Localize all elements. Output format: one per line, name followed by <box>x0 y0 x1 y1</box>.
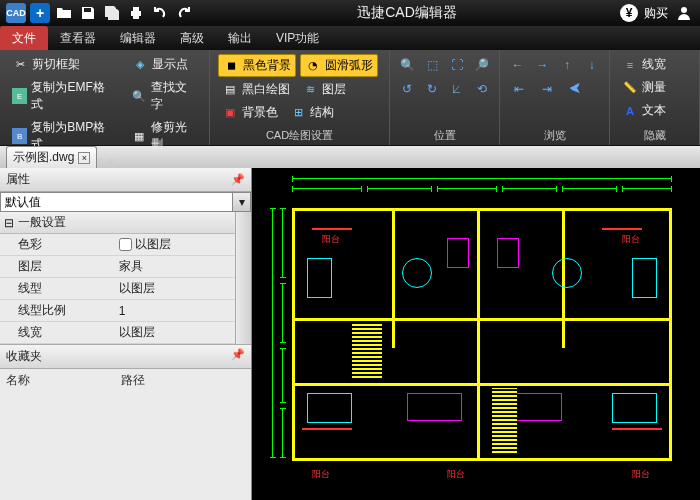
workspace: 属性 📌 ▾ ⊟一般设置 色彩 以图层图层家具线型以图层线型比例1线宽以图层 收… <box>0 168 700 500</box>
search-icon: 🔍 <box>132 88 147 104</box>
checkbox[interactable] <box>119 238 132 251</box>
prop-key: 线宽 <box>0 322 113 343</box>
default-input[interactable] <box>1 193 232 211</box>
col-name: 名称 <box>6 372 121 389</box>
point-icon: ◈ <box>132 57 148 73</box>
save-all-icon[interactable] <box>102 3 122 23</box>
buy-link[interactable]: 购买 <box>644 5 668 22</box>
text-button[interactable]: A文本 <box>618 100 691 121</box>
menu-bar: 文件 查看器 编辑器 高级 输出 VIP功能 <box>0 26 700 50</box>
app-title: 迅捷CAD编辑器 <box>198 4 616 22</box>
drawing-canvas[interactable]: 阳台 阳台 阳台 阳台 阳台 <box>252 168 700 500</box>
favorites-columns: 名称 路径 <box>0 369 251 392</box>
zoom-in-icon[interactable]: 🔍 <box>398 54 417 76</box>
menu-editor[interactable]: 编辑器 <box>108 26 168 50</box>
category-general[interactable]: ⊟一般设置 <box>0 212 235 234</box>
reset-icon[interactable]: ⟲ <box>472 78 491 100</box>
zoom-out-icon[interactable]: 🔎 <box>472 54 491 76</box>
bgcolor-button[interactable]: ▣背景色 <box>218 102 282 123</box>
nav-up-icon[interactable]: ↑ <box>558 54 577 76</box>
rotate-ccw-icon[interactable]: ↺ <box>398 78 417 100</box>
prop-value[interactable]: 以图层 <box>113 234 235 255</box>
linewidth-button[interactable]: ≡线宽 <box>618 54 691 75</box>
group-hide-label: 隐藏 <box>618 126 691 143</box>
prop-key: 线型 <box>0 278 113 299</box>
black-bg-button[interactable]: ◼黑色背景 <box>218 54 296 77</box>
prop-row[interactable]: 线宽以图层 <box>0 322 235 344</box>
crop-frame-button[interactable]: ✂剪切框架 <box>8 54 118 75</box>
print-icon[interactable] <box>126 3 146 23</box>
app-logo[interactable]: CAD <box>6 3 26 23</box>
blackbg-icon: ◼ <box>223 58 239 74</box>
prop-key: 线型比例 <box>0 300 113 321</box>
prop-value[interactable]: 家具 <box>113 256 235 277</box>
prop-row[interactable]: 线型比例1 <box>0 300 235 322</box>
open-icon[interactable] <box>54 3 74 23</box>
zoom-fit-icon[interactable]: ⛶ <box>448 54 467 76</box>
file-tab-label: 示例图.dwg <box>13 149 74 166</box>
text-icon: A <box>622 103 638 119</box>
find-text-button[interactable]: 🔍查找文字 <box>128 77 201 115</box>
bmp-icon: B <box>12 128 27 144</box>
layer-button[interactable]: ≋图层 <box>298 79 350 100</box>
prop-value[interactable]: 以图层 <box>113 322 235 343</box>
smooth-arc-button[interactable]: ◔圆滑弧形 <box>300 54 378 77</box>
pin-icon[interactable]: 📌 <box>231 348 245 365</box>
zoom-sel-icon[interactable]: ⬚ <box>423 54 442 76</box>
menu-viewer[interactable]: 查看器 <box>48 26 108 50</box>
emf-icon: E <box>12 88 27 104</box>
chevron-down-icon[interactable]: ▾ <box>232 193 250 211</box>
bw-draw-button[interactable]: ▤黑白绘图 <box>218 79 294 100</box>
prop-key: 色彩 <box>0 234 113 255</box>
rotate-cw-icon[interactable]: ↻ <box>423 78 442 100</box>
props-header: 属性 📌 <box>0 168 251 192</box>
angle-icon[interactable]: ⟀ <box>448 78 467 100</box>
undo-icon[interactable] <box>150 3 170 23</box>
user-icon[interactable] <box>674 3 694 23</box>
prop-value[interactable]: 以图层 <box>113 278 235 299</box>
prop-value[interactable]: 1 <box>113 300 235 321</box>
linew-icon: ≡ <box>622 57 638 73</box>
props-scrollbar[interactable] <box>235 212 251 344</box>
struct-button[interactable]: ⊞结构 <box>286 102 338 123</box>
arc-icon: ◔ <box>305 58 321 74</box>
nav-down-icon[interactable]: ↓ <box>582 54 601 76</box>
menu-output[interactable]: 输出 <box>216 26 264 50</box>
pin-icon[interactable]: 📌 <box>231 173 245 186</box>
nav-first-icon[interactable]: ⇤ <box>508 78 530 100</box>
new-file-icon[interactable]: + <box>30 3 50 23</box>
prop-key: 图层 <box>0 256 113 277</box>
menu-advanced[interactable]: 高级 <box>168 26 216 50</box>
struct-icon: ⊞ <box>290 105 306 121</box>
default-combo[interactable]: ▾ <box>0 192 251 212</box>
trim-icon: ▦ <box>132 128 147 144</box>
svg-point-0 <box>681 7 687 13</box>
favorites-header: 收藏夹 📌 <box>0 344 251 369</box>
nav-left-icon[interactable]: ← <box>508 54 527 76</box>
trim-button[interactable]: ▦修剪光删 <box>128 117 201 155</box>
group-browse-label: 浏览 <box>508 126 601 143</box>
properties-panel: 属性 📌 ▾ ⊟一般设置 色彩 以图层图层家具线型以图层线型比例1线宽以图层 收… <box>0 168 252 500</box>
nav-prev-icon[interactable]: ⮜ <box>564 78 586 100</box>
color-icon: ▣ <box>222 105 238 121</box>
close-tab-icon[interactable]: × <box>78 152 90 164</box>
file-tab[interactable]: 示例图.dwg × <box>6 146 97 168</box>
prop-row[interactable]: 图层家具 <box>0 256 235 278</box>
collapse-icon[interactable]: ⊟ <box>4 216 14 230</box>
menu-vip[interactable]: VIP功能 <box>264 26 331 50</box>
save-icon[interactable] <box>78 3 98 23</box>
nav-right-icon[interactable]: → <box>533 54 552 76</box>
redo-icon[interactable] <box>174 3 194 23</box>
nav-last-icon[interactable]: ⇥ <box>536 78 558 100</box>
menu-file[interactable]: 文件 <box>0 26 48 50</box>
prop-row[interactable]: 线型以图层 <box>0 278 235 300</box>
prop-row[interactable]: 色彩 以图层 <box>0 234 235 256</box>
group-draw-label: CAD绘图设置 <box>218 126 381 143</box>
show-points-button[interactable]: ◈显示点 <box>128 54 201 75</box>
copy-emf-button[interactable]: E复制为EMF格式 <box>8 77 118 115</box>
col-path: 路径 <box>121 372 145 389</box>
currency-icon[interactable]: ¥ <box>620 4 638 22</box>
ruler-icon: 📏 <box>622 80 638 96</box>
ribbon: ✂剪切框架 E复制为EMF格式 B复制为BMP格式 ◈显示点 🔍查找文字 ▦修剪… <box>0 50 700 146</box>
measure-button[interactable]: 📏测量 <box>618 77 691 98</box>
